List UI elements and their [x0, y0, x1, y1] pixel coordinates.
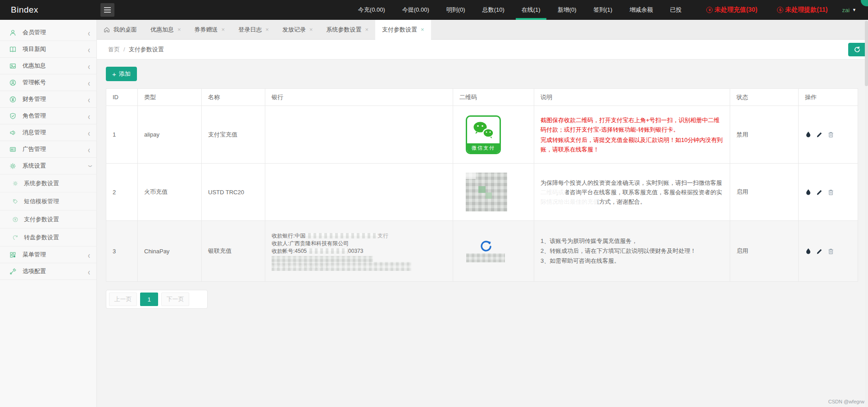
edit-icon[interactable] [816, 189, 823, 196]
cell-type: ChinaPay [138, 221, 202, 282]
cell-name: 银联充值 [202, 221, 265, 282]
username: zai [842, 7, 850, 14]
tab-my-desktop[interactable]: 我的桌面 [97, 20, 144, 39]
grid-icon [9, 251, 17, 259]
sidebar-item-roles[interactable]: 角色管理 ‹ [0, 108, 96, 124]
cell-type: 火币充值 [138, 164, 202, 221]
table-row: 2 火币充值 USTD TRC20 为保障每个投资人的投资资金准确无误，实时到账… [106, 164, 858, 221]
col-header-bank: 银行 [265, 89, 453, 106]
redaction-mosaic [305, 233, 377, 238]
tag-icon [12, 198, 18, 205]
tab-label: 优惠加息 [150, 26, 174, 34]
sidebar-item-wheel-params[interactable]: 转盘参数设置 [0, 229, 96, 247]
prev-page-button[interactable]: 上一页 [109, 293, 137, 306]
sidebar-item-messages[interactable]: 消息管理 ‹ [0, 124, 96, 141]
bank-line: 收款银行:中国支行 [272, 232, 446, 240]
sidebar-item-members[interactable]: 会员管理 ‹ [0, 24, 96, 41]
cell-qrcode [453, 164, 534, 221]
wechat-pay-caption: 微信支付 [467, 143, 500, 153]
scrollbar[interactable] [865, 20, 868, 407]
col-header-name: 名称 [202, 89, 265, 106]
plus-icon: + [112, 71, 116, 78]
chevron-left-icon: ‹ [88, 28, 90, 37]
close-icon[interactable]: × [265, 27, 269, 32]
tab-promo-interest[interactable]: 优惠加息 × [144, 20, 188, 39]
flame-icon[interactable] [805, 189, 812, 196]
pagination: 上一页 1 下一页 [106, 290, 208, 309]
flame-icon[interactable] [805, 248, 812, 255]
app-logo[interactable]: Bindex [0, 5, 97, 15]
picture-icon [9, 62, 17, 70]
delete-icon[interactable] [827, 131, 834, 138]
sidebar-item-label: 转盘参数设置 [24, 233, 59, 242]
sidebar-item-options-config[interactable]: 选项配置 ‹ [0, 263, 96, 280]
sidebar-item-system-params[interactable]: 系统参数设置 [0, 174, 96, 192]
tab-label: 支付参数设置 [382, 26, 417, 34]
close-icon[interactable]: × [365, 27, 368, 32]
avatar[interactable] [861, 0, 868, 6]
stat-online[interactable]: 在线(1) [513, 0, 549, 20]
sidebar-item-finance[interactable]: 财务管理 ‹ [0, 91, 96, 108]
tab-label: 发放记录 [282, 26, 306, 34]
delete-icon[interactable] [827, 189, 834, 196]
chinapay-logo [465, 240, 506, 262]
sidebar-item-system-settings[interactable]: 系统设置 ‹ [0, 158, 96, 174]
col-header-actions: 操作 [799, 89, 858, 106]
user-menu[interactable]: zai ▼ [842, 7, 856, 14]
refresh-icon [854, 46, 861, 53]
close-icon[interactable]: × [222, 27, 225, 32]
next-page-button[interactable]: 下一页 [161, 293, 189, 306]
close-icon[interactable]: × [177, 27, 181, 32]
current-page-button[interactable]: 1 [140, 293, 158, 306]
col-header-type: 类型 [138, 89, 202, 106]
tab-payment-params[interactable]: 支付参数设置 × [375, 20, 431, 40]
chevron-left-icon: ‹ [88, 250, 90, 260]
add-button[interactable]: + 添加 [106, 67, 137, 81]
tab-issue-records[interactable]: 发放记录 × [276, 20, 320, 39]
topbar-stats-nav: 今充(0.00) 今提(0.00) 明到(0) 总数(10) 在线(1) 新增(… [350, 0, 691, 20]
refresh-button[interactable] [848, 43, 866, 56]
sidebar-item-project-news[interactable]: 项目新闻 ‹ [0, 41, 96, 58]
scrollbar-thumb[interactable] [865, 21, 868, 86]
tab-login-log[interactable]: 登录日志 × [232, 20, 276, 39]
tab-system-params[interactable]: 系统参数设置 × [319, 20, 375, 39]
hamburger-menu-button[interactable] [100, 3, 114, 17]
bank-text: 收款帐号:4505 [272, 248, 307, 254]
stat-signin[interactable]: 签到(1) [585, 0, 621, 20]
tab-coupon-gift[interactable]: 券券赠送 × [188, 20, 232, 39]
close-icon[interactable]: × [309, 27, 313, 32]
chevron-left-icon: ‹ [88, 45, 90, 54]
stat-invested[interactable]: 已投 [661, 0, 690, 20]
sidebar-item-promo-interest[interactable]: 优惠加息 ‹ [0, 58, 96, 74]
cell-status: 启用 [730, 164, 799, 221]
sidebar-item-ads[interactable]: 广告管理 ‹ [0, 141, 96, 158]
sidebar-item-menu-management[interactable]: 菜单管理 ‹ [0, 247, 96, 263]
pending-recharge-alert[interactable]: ¥ 未处理充值(30) [696, 6, 767, 14]
sidebar-item-label: 管理帐号 [23, 78, 88, 87]
stat-new[interactable]: 新增(0) [549, 0, 585, 20]
col-header-id: ID [106, 89, 138, 106]
breadcrumb-home[interactable]: 首页 [108, 46, 120, 54]
edit-icon[interactable] [816, 248, 823, 255]
sidebar-item-sms-templates[interactable]: 短信模板管理 [0, 192, 96, 210]
stat-today-recharge[interactable]: 今充(0.00) [350, 0, 394, 20]
pending-withdraw-alert[interactable]: $ 未处理提款(11) [767, 6, 837, 14]
close-icon[interactable]: × [421, 27, 424, 32]
tabbar: 我的桌面 优惠加息 × 券券赠送 × 登录日志 × 发放记录 × 系统参数设置 … [97, 20, 868, 40]
edit-icon[interactable] [816, 131, 823, 138]
stat-today-withdraw[interactable]: 今提(0.00) [394, 0, 438, 20]
tab-label: 我的桌面 [114, 26, 137, 34]
redaction-blur [540, 197, 597, 205]
sidebar-item-admin-accounts[interactable]: 管理帐号 ‹ [0, 74, 96, 91]
cell-description: 截图保存收款二维码，打开支付宝右上角+号扫一扫，识别相册中二维码付款；或打开支付… [534, 106, 730, 164]
watermark: CSDN @wfegrw [828, 399, 864, 404]
delete-icon[interactable] [827, 248, 834, 255]
flame-icon[interactable] [805, 131, 812, 138]
gear-icon [9, 162, 17, 170]
redaction-mosaic [466, 253, 505, 262]
stat-adjust-balance[interactable]: 增减余额 [621, 0, 661, 20]
stat-total[interactable]: 总数(10) [474, 0, 513, 20]
stat-due-tomorrow[interactable]: 明到(0) [438, 0, 474, 20]
sidebar-item-payment-params[interactable]: 支付参数设置 [0, 210, 96, 229]
hamburger-icon [104, 7, 111, 8]
